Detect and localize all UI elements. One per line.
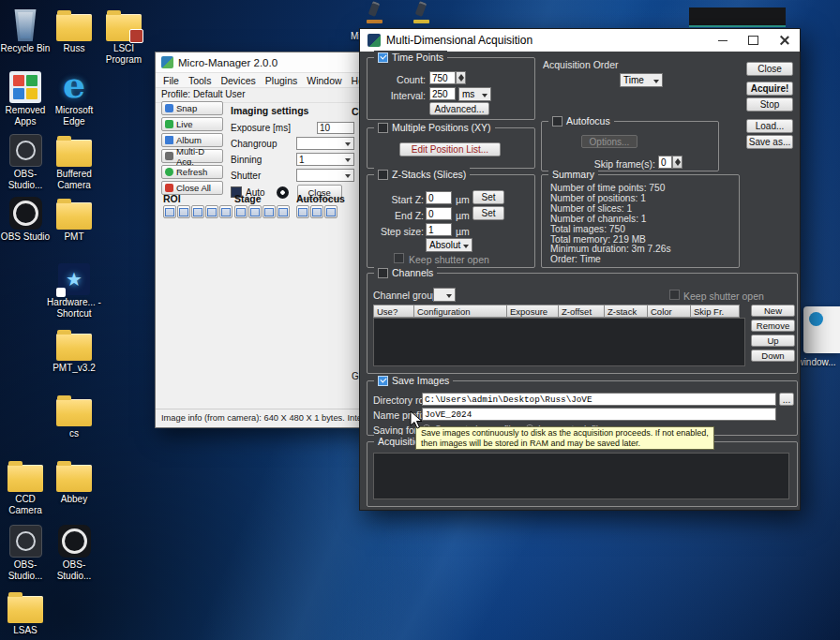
name-prefix-input[interactable]: JoVE_2024 (422, 408, 776, 421)
minimize-button[interactable] (707, 29, 738, 52)
step-size-input[interactable]: 1 (426, 223, 452, 236)
channels-down-button[interactable]: Down (751, 350, 795, 362)
desktop-icon-lsas[interactable]: LSAS (0, 586, 52, 636)
desktop-icon-top-1[interactable] (364, 1, 388, 25)
desktop-icon-label: PMT (47, 231, 101, 243)
binning-select[interactable]: 1 (296, 153, 354, 166)
acquisition-order-label: Acquisition Order (543, 59, 619, 70)
z-stacks-checkbox[interactable] (378, 170, 388, 180)
multi-d-acq-button[interactable]: Multi-D Acq. (161, 149, 223, 163)
main-button-column: SnapLiveAlbumMulti-D Acq.RefreshClose Al… (161, 101, 223, 195)
browse-directory-button[interactable]: ... (779, 393, 794, 406)
advanced-button[interactable]: Advanced... (429, 102, 489, 115)
live-button[interactable]: Live (161, 117, 223, 131)
menu-devices[interactable]: Devices (216, 75, 260, 86)
skip-frames-spinner[interactable] (672, 156, 682, 169)
changroup-select[interactable] (296, 137, 354, 150)
desktop-icon-cs[interactable]: cs (47, 389, 101, 439)
channels-table-body[interactable] (373, 318, 745, 366)
channels-new-button[interactable]: New (751, 305, 795, 317)
roi-tool-1-button[interactable] (163, 205, 176, 218)
count-input[interactable]: 750 (429, 71, 456, 84)
autofocus-tool-3-button[interactable] (324, 205, 338, 218)
mda-close-button[interactable]: Close (746, 62, 793, 76)
autofocus-options-button[interactable]: Options... (581, 135, 638, 148)
acquisition-order-select[interactable]: Time (620, 73, 663, 87)
interval-unit-select[interactable]: ms (458, 87, 491, 101)
start-z-input[interactable]: 0 (426, 191, 452, 204)
close-window-button[interactable] (769, 29, 800, 52)
count-spinner[interactable] (456, 71, 466, 84)
mda-title: Multi-Dimensional Acquisition (386, 34, 532, 47)
set-end-z-button[interactable]: Set (472, 206, 504, 220)
shutter-select[interactable] (296, 169, 354, 182)
desktop-icon-obs-studio[interactable]: OBS Studio (0, 192, 52, 243)
mda-save-as-button[interactable]: Save as... (746, 135, 793, 149)
stage-tool-3-button[interactable] (262, 205, 276, 218)
multiple-positions-checkbox[interactable] (378, 123, 388, 133)
set-start-z-button[interactable]: Set (472, 190, 504, 204)
background-window-titlebar[interactable] (689, 7, 786, 27)
channels-checkbox[interactable] (378, 268, 388, 278)
menu-file[interactable]: File (158, 75, 184, 86)
desktop-icon-ccd-camera[interactable]: CCD Camera (0, 454, 52, 515)
desktop-icon-obs-studio-zip-1[interactable]: OBS-Studio... (0, 129, 52, 190)
z-reference-select[interactable]: Absolut (426, 238, 472, 252)
channels-keep-shutter-checkbox[interactable] (669, 290, 680, 300)
desktop-icon-pmt-v3-2[interactable]: PMT_v3.2 (47, 323, 101, 374)
directory-root-input[interactable]: C:\Users\admin\Desktop\Russ\JoVE (422, 393, 776, 406)
step-size-unit: µm (456, 226, 470, 237)
autofocus-tool-1-button[interactable] (296, 205, 309, 218)
interval-input[interactable]: 250 (429, 87, 456, 100)
save-images-checkbox[interactable] (378, 376, 388, 386)
mda-titlebar[interactable]: Multi-Dimensional Acquisition (360, 29, 800, 52)
roi-tool-5-button[interactable] (219, 205, 232, 218)
channels-up-button[interactable]: Up (751, 335, 795, 347)
obs-icon (9, 197, 42, 230)
desktop-icon-obs-studio-zip-3[interactable]: OBS-Studio... (47, 520, 101, 581)
roi-tool-4-button[interactable] (205, 205, 218, 218)
desktop-icon-recycle-bin[interactable]: Recycle Bin (0, 4, 52, 54)
desktop-icon-hardware-shortcut[interactable]: Hardware... - Shortcut (47, 258, 101, 319)
refresh-button[interactable]: Refresh (161, 165, 223, 179)
mda-acquire-button[interactable]: Acquire! (746, 82, 793, 96)
desktop-icon-top-2[interactable] (411, 1, 435, 25)
stage-tool-1-button[interactable] (234, 205, 248, 218)
roi-tool-3-button[interactable] (191, 205, 204, 218)
acquisition-comments-textarea[interactable] (373, 453, 789, 499)
desktop-icon-removed-apps[interactable]: Removed Apps (0, 66, 52, 127)
time-points-checkbox[interactable] (378, 52, 388, 63)
autofocus-tool-2-button[interactable] (310, 205, 323, 218)
obsbox-icon (9, 525, 42, 558)
stage-tool-2-button[interactable] (248, 205, 262, 218)
autofocus-checkbox[interactable] (552, 116, 562, 127)
channels-remove-button[interactable]: Remove (751, 320, 795, 332)
roi-tool-2-button[interactable] (177, 205, 190, 218)
desktop-icon-abbey[interactable]: Abbey (47, 454, 101, 505)
maximize-button[interactable] (738, 29, 769, 52)
mda-load-button[interactable]: Load... (746, 119, 793, 133)
menu-tools[interactable]: Tools (184, 75, 217, 86)
desktop-icon-russ[interactable]: Russ (47, 4, 101, 54)
skip-frames-input[interactable]: 0 (658, 156, 672, 169)
desktop-icon-lsci-program[interactable]: LSCI Program (97, 4, 151, 65)
folder-icon (56, 465, 92, 492)
snap-button[interactable]: Snap (161, 101, 223, 115)
exposure-input[interactable]: 10 (317, 122, 354, 134)
edit-position-list-button[interactable]: Edit Position List... (399, 142, 501, 156)
stage-tool-4-button[interactable] (277, 205, 290, 218)
desktop-icon-label: Microsoft Edge (47, 105, 101, 127)
z-keep-shutter-checkbox[interactable] (394, 253, 404, 263)
desktop-icon-pmt[interactable]: PMT (47, 192, 101, 243)
edge-window-fragment[interactable] (803, 306, 840, 353)
menu-plugins[interactable]: Plugins (261, 75, 302, 86)
end-z-input[interactable]: 0 (426, 207, 452, 220)
channel-group-select[interactable] (433, 288, 456, 302)
imaging-settings-title: Imaging settings (231, 105, 354, 116)
menu-window[interactable]: Window (302, 75, 346, 86)
summary-line: Number of channels: 1 (550, 215, 735, 225)
desktop-icon-buffered-camera[interactable]: Buffered Camera (47, 129, 101, 190)
desktop-icon-obs-studio-zip-2[interactable]: OBS-Studio... (0, 520, 52, 581)
mda-stop-button[interactable]: Stop (746, 97, 793, 112)
desktop-icon-microsoft-edge[interactable]: Microsoft Edge (47, 66, 101, 127)
